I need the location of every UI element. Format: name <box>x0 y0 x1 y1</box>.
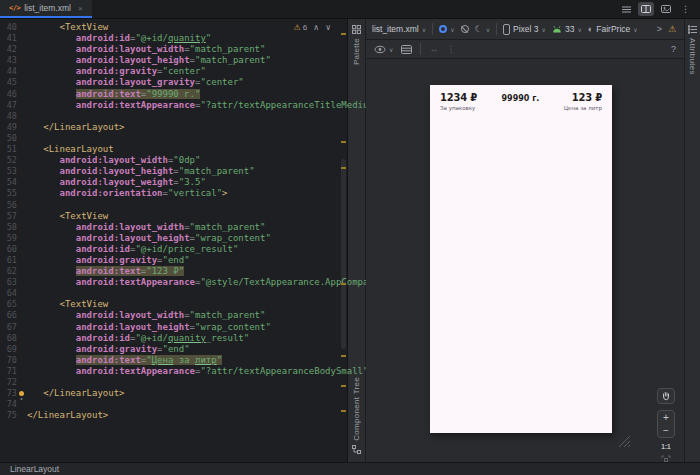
tab-label: list_item.xml <box>24 3 71 13</box>
code-text: android:gravity="end" <box>27 255 190 266</box>
code-line[interactable]: 47 android:textAppearance="?attr/textApp… <box>0 100 347 111</box>
code-line[interactable]: 46 android:text="99990 г." <box>0 89 347 100</box>
chevron-down-icon: ∨ <box>422 26 426 33</box>
gutter-icon-slot <box>17 133 27 144</box>
code-line[interactable]: 73 </LinearLayout> <box>0 388 347 399</box>
code-line[interactable]: 53 android:layout_height="match_parent" <box>0 166 347 177</box>
code-line[interactable]: 65 <TextView <box>0 299 347 310</box>
system-ui-mode-button[interactable] <box>461 25 469 33</box>
attributes-tab[interactable]: Attributes <box>688 25 697 75</box>
night-mode-button[interactable]: ☾∨ <box>475 25 490 34</box>
list-icon <box>401 45 412 54</box>
code-line[interactable]: 54 android:layout_weight="3.5" <box>0 177 347 188</box>
code-line[interactable]: 74 <box>0 399 347 410</box>
code-line[interactable]: 52 android:layout_width="0dp" <box>0 155 347 166</box>
code-line[interactable]: 58 android:layout_width="match_parent" <box>0 222 347 233</box>
right-tool-strip: Attributes <box>684 19 700 462</box>
palette-tab[interactable]: Palette <box>352 25 361 65</box>
code-line[interactable]: 44 android:gravity="center" <box>0 66 347 77</box>
code-line[interactable]: 60 android:id="@+id/price_result" <box>0 244 347 255</box>
android-icon <box>552 25 562 33</box>
device-name: Pixel 3 <box>513 24 539 34</box>
code-text: android:text="99990 г." <box>27 89 200 100</box>
design-view-button[interactable] <box>658 2 674 16</box>
design-view-icon <box>661 5 671 13</box>
code-line[interactable]: 56 <box>0 200 347 211</box>
code-line[interactable]: 45 android:layout_gravity="center" <box>0 77 347 88</box>
component-tree-icon <box>352 445 361 454</box>
design-surface[interactable]: 1234 ₽ За упаковку 99990 г. 123 ₽ Цена з… <box>366 59 684 462</box>
code-line[interactable]: 61 android:gravity="end" <box>0 255 347 266</box>
line-number: 63 <box>0 277 17 288</box>
variants-button[interactable] <box>401 40 412 58</box>
canvas-resize-handle[interactable] <box>616 434 632 452</box>
code-line[interactable]: 62 android:text="123 ₽" <box>0 266 347 277</box>
zoom-to-fit-button[interactable] <box>661 454 671 462</box>
line-number: 68 <box>0 333 17 344</box>
layout-file-selector[interactable]: list_item.xml ∨ <box>372 24 426 34</box>
next-problem-icon[interactable]: ∨ <box>325 23 331 32</box>
code-line[interactable]: 69 android:gravity="end" <box>0 344 347 355</box>
code-line[interactable]: 48 <box>0 111 347 122</box>
code-view-button[interactable] <box>618 2 634 16</box>
help-button[interactable]: ? <box>671 44 676 54</box>
code-line[interactable]: 75</LinearLayout> <box>0 410 347 421</box>
theme-selector[interactable]: ◐ FairPrice ∨ <box>588 24 638 34</box>
breadcrumb[interactable]: LinearLayout <box>10 464 59 474</box>
code-line[interactable]: 66 android:layout_width="match_parent" <box>0 310 347 321</box>
chevron-down-icon: ∨ <box>389 46 393 53</box>
surface-mode-button[interactable]: ∨ <box>439 25 454 33</box>
editor-error-stripe[interactable] <box>339 19 347 462</box>
design-center: list_item.xml ∨ ∨ ☾∨ Pixel 3 ∨ <box>366 19 684 462</box>
pan-button[interactable] <box>657 388 675 404</box>
inspections-widget[interactable]: ⚠ 6 ∧ ∨ <box>291 23 333 32</box>
code-line[interactable]: 41 android:id="@+id/quanity" <box>0 33 347 44</box>
code-line[interactable]: 67 android:layout_height="wrap_content" <box>0 322 347 333</box>
line-number: 46 <box>0 89 17 100</box>
scrollbar-thumb[interactable] <box>341 159 346 349</box>
gutter-icon-slot <box>17 410 27 421</box>
gutter-icon-slot <box>17 344 27 355</box>
line-number: 50 <box>0 133 17 144</box>
view-options-button[interactable]: ∨ <box>374 45 393 54</box>
code-text: </LinearLayout> <box>27 410 108 421</box>
gutter-icon-slot <box>17 44 27 55</box>
line-number: 72 <box>0 377 17 388</box>
zoom-out-button[interactable]: − <box>658 424 674 437</box>
gutter-icon-slot <box>17 122 27 133</box>
editor-tab-bar: </> list_item.xml × ⋮ <box>0 0 700 19</box>
device-selector[interactable]: Pixel 3 ∨ <box>503 24 546 35</box>
code-line[interactable]: 68 android:id="@+id/quanity_result" <box>0 333 347 344</box>
zoom-in-button[interactable]: + <box>658 411 674 424</box>
code-line[interactable]: 64 <box>0 288 347 299</box>
api-level: 33 <box>565 24 574 34</box>
editor-options-menu[interactable]: ⋮ <box>678 4 693 14</box>
layout-warning-icon[interactable]: ⚠ <box>668 24 676 34</box>
code-editor[interactable]: 40 <TextView41 android:id="@+id/quanity"… <box>0 19 348 462</box>
code-line[interactable]: 50 <box>0 133 347 144</box>
code-line[interactable]: 57 <TextView <box>0 211 347 222</box>
code-line[interactable]: 51 <LinearLayout <box>0 144 347 155</box>
code-line[interactable]: 63 android:textAppearance="@style/TextAp… <box>0 277 347 288</box>
intention-bulb-icon[interactable] <box>19 391 24 396</box>
api-level-selector[interactable]: 33 ∨ <box>552 24 582 34</box>
code-line[interactable]: 49 </LinearLayout> <box>0 122 347 133</box>
code-line[interactable]: 55 android:orientation="vertical"> <box>0 188 347 199</box>
close-icon[interactable]: × <box>78 4 83 13</box>
component-tree-tab[interactable]: Component Tree <box>352 377 361 454</box>
previous-problem-icon[interactable]: ∧ <box>313 23 319 32</box>
code-line[interactable]: 72 <box>0 377 347 388</box>
gutter-icon-slot <box>17 144 27 155</box>
code-line[interactable]: 43 android:layout_height="match_parent" <box>0 55 347 66</box>
tab-list-item-xml[interactable]: </> list_item.xml × <box>0 0 92 18</box>
code-lines-icon <box>622 6 631 13</box>
code-line[interactable]: 42 android:layout_width="match_parent" <box>0 44 347 55</box>
code-line[interactable]: 59 android:layout_height="wrap_content" <box>0 233 347 244</box>
zoom-actual-button[interactable]: 1:1 <box>661 440 670 452</box>
overflow-chevron-icon[interactable]: > <box>657 25 662 34</box>
code-line[interactable]: 71 android:textAppearance="?attr/textApp… <box>0 366 347 377</box>
code-text: android:textAppearance="?attr/textAppear… <box>27 366 385 377</box>
split-view-button[interactable] <box>638 2 654 16</box>
code-line[interactable]: 70 android:text="Цена за литр" <box>0 355 347 366</box>
device-preview-canvas[interactable]: 1234 ₽ За упаковку 99990 г. 123 ₽ Цена з… <box>430 85 612 433</box>
